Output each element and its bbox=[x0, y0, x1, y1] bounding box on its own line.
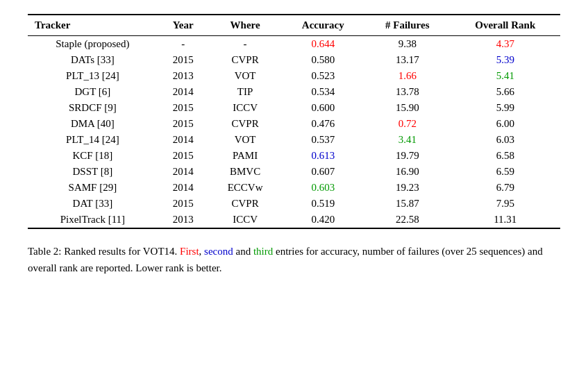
cell-failures: 3.41 bbox=[364, 132, 451, 148]
table-row: Staple (proposed)--0.6449.384.37 bbox=[28, 36, 560, 53]
cell-failures: 13.17 bbox=[364, 52, 451, 68]
cell-rank: 4.37 bbox=[451, 36, 560, 53]
cell-year: 2015 bbox=[158, 100, 209, 116]
col-header-tracker: Tracker bbox=[28, 15, 158, 36]
table-row: SAMF [29]2014ECCVw0.60319.236.79 bbox=[28, 180, 560, 196]
caption-prefix: Table 2: Ranked results for VOT14. bbox=[28, 246, 180, 257]
cell-rank: 7.95 bbox=[451, 196, 560, 212]
cell-tracker: DAT [33] bbox=[28, 196, 158, 212]
cell-failures: 13.78 bbox=[364, 84, 451, 100]
caption-first: First bbox=[180, 246, 199, 257]
col-header-failures: # Failures bbox=[364, 15, 451, 36]
col-header-year: Year bbox=[158, 15, 209, 36]
caption-and: and bbox=[233, 246, 253, 257]
cell-accuracy: 0.603 bbox=[281, 180, 364, 196]
cell-where: CVPR bbox=[209, 196, 282, 212]
cell-accuracy: 0.420 bbox=[281, 212, 364, 228]
table-row: DGT [6]2014TIP0.53413.785.66 bbox=[28, 84, 560, 100]
cell-year: - bbox=[158, 36, 209, 53]
cell-tracker: PLT_13 [24] bbox=[28, 68, 158, 84]
cell-failures: 16.90 bbox=[364, 164, 451, 180]
cell-year: 2015 bbox=[158, 116, 209, 132]
cell-accuracy: 0.644 bbox=[281, 36, 364, 53]
cell-year: 2015 bbox=[158, 148, 209, 164]
cell-rank: 6.58 bbox=[451, 148, 560, 164]
cell-rank: 11.31 bbox=[451, 212, 560, 228]
table-header-row: Tracker Year Where Accuracy # Failures O… bbox=[28, 15, 560, 36]
cell-where: CVPR bbox=[209, 52, 282, 68]
cell-year: 2015 bbox=[158, 52, 209, 68]
col-header-accuracy: Accuracy bbox=[281, 15, 364, 36]
cell-failures: 19.79 bbox=[364, 148, 451, 164]
cell-tracker: DGT [6] bbox=[28, 84, 158, 100]
cell-where: VOT bbox=[209, 132, 282, 148]
cell-year: 2013 bbox=[158, 212, 209, 228]
cell-accuracy: 0.580 bbox=[281, 52, 364, 68]
table-row: DAT [33]2015CVPR0.51915.877.95 bbox=[28, 196, 560, 212]
cell-year: 2014 bbox=[158, 132, 209, 148]
table-row: DMA [40]2015CVPR0.4760.726.00 bbox=[28, 116, 560, 132]
table-row: SRDCF [9]2015ICCV0.60015.905.99 bbox=[28, 100, 560, 116]
table-row: DATs [33]2015CVPR0.58013.175.39 bbox=[28, 52, 560, 68]
cell-where: ECCVw bbox=[209, 180, 282, 196]
cell-rank: 6.79 bbox=[451, 180, 560, 196]
cell-rank: 6.03 bbox=[451, 132, 560, 148]
cell-where: CVPR bbox=[209, 116, 282, 132]
caption-comma1: , bbox=[199, 246, 205, 257]
cell-where: VOT bbox=[209, 68, 282, 84]
cell-where: ICCV bbox=[209, 100, 282, 116]
cell-accuracy: 0.523 bbox=[281, 68, 364, 84]
cell-year: 2014 bbox=[158, 164, 209, 180]
caption-third: third bbox=[253, 246, 273, 257]
cell-where: TIP bbox=[209, 84, 282, 100]
cell-where: BMVC bbox=[209, 164, 282, 180]
cell-year: 2013 bbox=[158, 68, 209, 84]
cell-year: 2015 bbox=[158, 196, 209, 212]
cell-failures: 22.58 bbox=[364, 212, 451, 228]
cell-tracker: SRDCF [9] bbox=[28, 100, 158, 116]
results-table: Tracker Year Where Accuracy # Failures O… bbox=[28, 14, 560, 229]
cell-tracker: DMA [40] bbox=[28, 116, 158, 132]
cell-failures: 9.38 bbox=[364, 36, 451, 53]
cell-accuracy: 0.607 bbox=[281, 164, 364, 180]
cell-accuracy: 0.534 bbox=[281, 84, 364, 100]
cell-failures: 19.23 bbox=[364, 180, 451, 196]
cell-where: PAMI bbox=[209, 148, 282, 164]
caption-second: second bbox=[204, 246, 233, 257]
table-row: KCF [18]2015PAMI0.61319.796.58 bbox=[28, 148, 560, 164]
table-row: PLT_14 [24]2014VOT0.5373.416.03 bbox=[28, 132, 560, 148]
cell-accuracy: 0.613 bbox=[281, 148, 364, 164]
cell-failures: 1.66 bbox=[364, 68, 451, 84]
cell-tracker: PixelTrack [11] bbox=[28, 212, 158, 228]
table-row: PLT_13 [24]2013VOT0.5231.665.41 bbox=[28, 68, 560, 84]
cell-rank: 5.99 bbox=[451, 100, 560, 116]
cell-tracker: PLT_14 [24] bbox=[28, 132, 158, 148]
cell-rank: 6.00 bbox=[451, 116, 560, 132]
cell-failures: 15.87 bbox=[364, 196, 451, 212]
cell-accuracy: 0.519 bbox=[281, 196, 364, 212]
cell-tracker: Staple (proposed) bbox=[28, 36, 158, 53]
cell-accuracy: 0.600 bbox=[281, 100, 364, 116]
cell-where: ICCV bbox=[209, 212, 282, 228]
table-row: PixelTrack [11]2013ICCV0.42022.5811.31 bbox=[28, 212, 560, 228]
cell-failures: 0.72 bbox=[364, 116, 451, 132]
table-caption: Table 2: Ranked results for VOT14. First… bbox=[28, 243, 560, 276]
results-table-container: Tracker Year Where Accuracy # Failures O… bbox=[28, 14, 560, 229]
col-header-rank: Overall Rank bbox=[451, 15, 560, 36]
col-header-where: Where bbox=[209, 15, 282, 36]
cell-year: 2014 bbox=[158, 180, 209, 196]
table-row: DSST [8]2014BMVC0.60716.906.59 bbox=[28, 164, 560, 180]
cell-accuracy: 0.476 bbox=[281, 116, 364, 132]
cell-tracker: KCF [18] bbox=[28, 148, 158, 164]
cell-tracker: DATs [33] bbox=[28, 52, 158, 68]
cell-rank: 5.66 bbox=[451, 84, 560, 100]
cell-rank: 6.59 bbox=[451, 164, 560, 180]
cell-rank: 5.41 bbox=[451, 68, 560, 84]
cell-tracker: SAMF [29] bbox=[28, 180, 158, 196]
cell-tracker: DSST [8] bbox=[28, 164, 158, 180]
cell-accuracy: 0.537 bbox=[281, 132, 364, 148]
cell-rank: 5.39 bbox=[451, 52, 560, 68]
cell-year: 2014 bbox=[158, 84, 209, 100]
cell-failures: 15.90 bbox=[364, 100, 451, 116]
cell-where: - bbox=[209, 36, 282, 53]
